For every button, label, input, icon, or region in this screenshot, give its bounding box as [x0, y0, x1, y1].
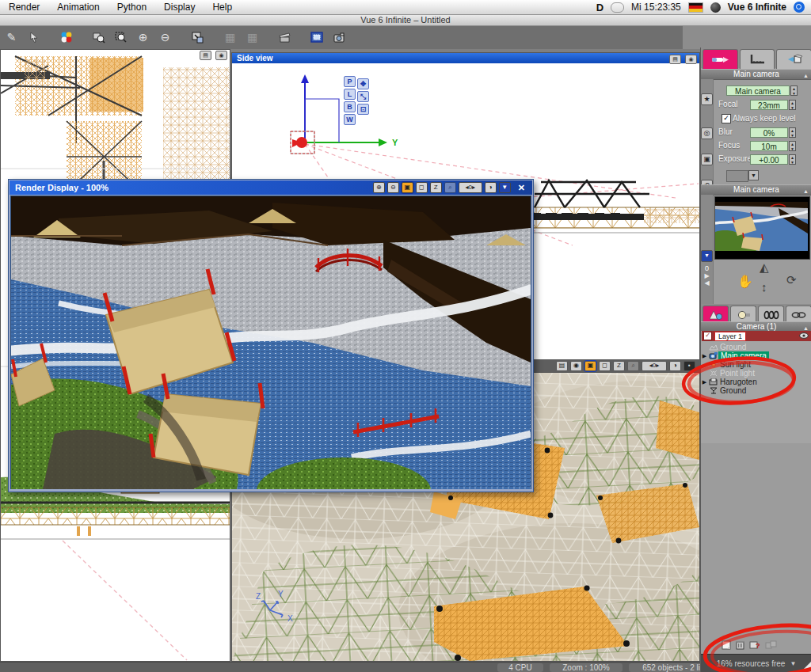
save-preview-icon[interactable]: ▼ — [701, 250, 713, 262]
animation-clapper-icon[interactable] — [276, 28, 294, 47]
fit-view-icon[interactable] — [188, 28, 207, 47]
play-icon[interactable]: ▶ — [701, 272, 713, 279]
layer-item-sun-light[interactable]: Sun light — [701, 360, 811, 369]
menu-clock[interactable]: Mi 15:23:35 — [631, 2, 681, 13]
layer-eye-icon[interactable] — [799, 332, 809, 340]
blur-stepper[interactable]: ▲▼ — [789, 127, 796, 138]
preview-section-header[interactable]: Main camera▲ — [701, 184, 811, 196]
tab-objects[interactable] — [702, 306, 729, 323]
render-display-window[interactable]: Render Display - 100% ⊕ ⊖ ▣ ◻ Z ⌕ ◂0▸ ◑ … — [8, 179, 534, 492]
view-button-w[interactable]: W — [344, 114, 356, 125]
exposure-stepper[interactable]: ▲▼ — [789, 154, 796, 165]
menu-python[interactable]: Python — [109, 2, 155, 13]
select-tool-icon[interactable] — [25, 28, 43, 47]
spotlight-icon[interactable] — [794, 2, 805, 13]
rotate-view-icon[interactable]: ⤡ — [357, 91, 369, 102]
d-status-icon[interactable]: D — [596, 2, 603, 13]
render-close-button[interactable]: ✕ — [513, 183, 528, 193]
zoom-region-icon[interactable] — [112, 28, 130, 47]
camera-section-header[interactable]: Main camera▲ — [701, 69, 811, 80]
zoom-object-icon[interactable] — [89, 28, 108, 47]
zoom-out-icon[interactable]: ⊖ — [156, 28, 174, 47]
keep-level-checkbox[interactable]: ✓ — [722, 114, 731, 123]
trash-icon[interactable] — [736, 639, 744, 653]
window-title-bar[interactable]: Vue 6 Infinite – Untitled — [0, 14, 811, 26]
layer-item-ground-2[interactable]: Ground — [701, 386, 811, 395]
edit-tool-icon[interactable]: ✎ — [2, 28, 21, 47]
tab-materials-chain[interactable] — [786, 306, 811, 323]
viewport-page-icon[interactable]: ▤ — [556, 361, 568, 371]
blur-field[interactable]: 0% — [750, 127, 788, 138]
new-note-icon[interactable] — [722, 639, 731, 653]
orbit-icon[interactable]: ⟳ — [786, 274, 797, 286]
vue-app-icon[interactable] — [710, 2, 721, 13]
dolly-pyramid-icon[interactable]: ◭ — [760, 261, 769, 273]
display-textured-icon[interactable]: ▣ — [584, 361, 596, 371]
zoom-in-icon[interactable]: ⊕ — [134, 28, 152, 47]
layer-item-point-light[interactable]: Point light — [701, 369, 811, 378]
layer-group-name[interactable]: Layer 1 — [714, 332, 746, 341]
display-flat-icon[interactable]: ◻ — [599, 361, 611, 371]
render-save-icon[interactable]: ▼ — [499, 182, 511, 193]
side-view-titlebar[interactable]: Side view — [232, 53, 699, 63]
layer-item-main-camera[interactable]: ▶ Main camera — [701, 351, 811, 360]
viewport-camera-icon[interactable]: ◉ — [685, 55, 697, 64]
camera-select[interactable]: Main camera — [726, 85, 790, 96]
layer-item-harugoten[interactable]: ▶ Harugoten — [701, 378, 811, 386]
timeline-frame-back-icon[interactable]: ▦ — [221, 28, 239, 47]
resources-bar[interactable]: 16% resources free ▼ — [701, 654, 811, 672]
render-display-titlebar[interactable]: Render Display - 100% ⊕ ⊖ ▣ ◻ Z ⌕ ◂0▸ ◑ … — [10, 180, 532, 195]
pan-hand-icon[interactable]: ✋ — [737, 275, 753, 287]
layer-item-ground-1[interactable]: Ground — [701, 343, 811, 351]
render-magnifier-icon[interactable]: ⌕ — [444, 182, 456, 193]
german-flag-icon[interactable] — [688, 2, 703, 13]
render-frame-counter[interactable]: ◂0▸ — [459, 182, 482, 193]
viewport-camera-icon[interactable]: ◉ — [215, 51, 227, 60]
zbuffer-icon[interactable]: Z — [613, 361, 625, 371]
active-app-name[interactable]: Vue 6 Infinite — [728, 2, 786, 13]
group-icons-disabled[interactable] — [765, 639, 778, 653]
tab-ruler[interactable] — [740, 49, 775, 69]
layer-checkbox[interactable]: ✓ — [703, 332, 712, 340]
menu-help[interactable]: Help — [204, 2, 241, 13]
viewport-page-icon[interactable]: ▤ — [200, 51, 211, 60]
render-alpha-view-icon[interactable]: ◻ — [416, 182, 428, 193]
expand-arrow-icon[interactable]: ▶ — [701, 353, 708, 359]
camera-preview-image[interactable] — [714, 196, 810, 260]
view-button-p[interactable]: P — [344, 76, 356, 87]
viewport-camera-icon[interactable]: ◉ — [570, 361, 582, 371]
timeline-frame-forward-icon[interactable]: ▦ — [243, 28, 261, 47]
render-region-icon[interactable] — [308, 28, 326, 47]
collapse-triangle-icon[interactable]: ▲ — [803, 71, 809, 81]
updown-arrows-icon[interactable]: ↕ — [761, 281, 767, 293]
magnifier-icon[interactable]: ⌕ — [627, 361, 639, 371]
expand-arrow-icon[interactable]: ▶ — [701, 379, 708, 385]
focus-stepper[interactable]: ▲▼ — [789, 141, 796, 151]
prev-icon[interactable]: ◀ — [701, 279, 713, 287]
tab-camera-settings[interactable] — [702, 49, 738, 69]
contrast-icon[interactable]: ◑ — [669, 361, 681, 371]
render-zoom-in-icon[interactable]: ⊕ — [373, 182, 385, 193]
focal-field[interactable]: 23mm — [750, 100, 788, 110]
focal-stepper[interactable]: ▲▼ — [789, 100, 796, 110]
color-picker-icon[interactable] — [57, 28, 75, 47]
view-button-l[interactable]: L — [344, 89, 356, 100]
resources-dropdown-icon[interactable]: ▼ — [790, 660, 796, 667]
move-view-icon[interactable]: ✥ — [357, 78, 369, 89]
resize-grip[interactable] — [801, 662, 811, 672]
tab-objects-cube[interactable] — [776, 49, 811, 69]
menu-render[interactable]: Render — [0, 2, 48, 13]
zoom-view-icon[interactable]: ⊡ — [357, 104, 369, 115]
collapse-triangle-icon[interactable]: ▲ — [803, 187, 809, 196]
render-scene-icon[interactable] — [330, 28, 348, 47]
layer-group-row[interactable]: ✓ Layer 1 — [702, 331, 811, 341]
chat-bubble-icon[interactable] — [611, 2, 624, 13]
menu-display[interactable]: Display — [155, 2, 204, 13]
view-button-b[interactable]: B — [344, 101, 356, 112]
save-view-icon[interactable]: ▪ — [683, 361, 695, 371]
exposure-field[interactable]: +0.00 — [750, 154, 788, 165]
render-gamma-icon[interactable]: ◑ — [485, 182, 497, 193]
render-zbuffer-icon[interactable]: Z — [430, 182, 442, 193]
tab-lights[interactable] — [730, 306, 756, 323]
focus-field[interactable]: 10m — [750, 141, 788, 151]
